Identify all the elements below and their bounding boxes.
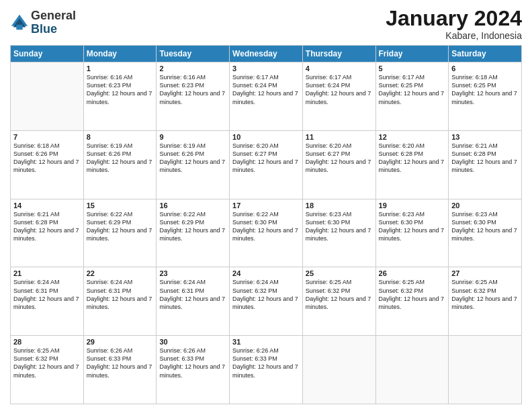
day-number: 25 (306, 269, 373, 277)
day-number: 24 (232, 269, 300, 277)
day-number: 2 (159, 64, 226, 73)
calendar-cell: 28Sunrise: 6:25 AMSunset: 6:32 PMDayligh… (11, 336, 84, 404)
day-info: Sunrise: 6:25 AMSunset: 6:32 PMDaylight:… (306, 278, 373, 311)
calendar-cell: 3Sunrise: 6:17 AMSunset: 6:24 PMDaylight… (230, 62, 303, 131)
day-info: Sunrise: 6:21 AMSunset: 6:28 PMDaylight:… (451, 142, 519, 175)
calendar-cell: 13Sunrise: 6:21 AMSunset: 6:28 PMDayligh… (449, 130, 522, 199)
calendar-cell: 25Sunrise: 6:25 AMSunset: 6:32 PMDayligh… (302, 267, 375, 336)
day-number: 22 (87, 269, 154, 277)
day-number: 5 (379, 64, 446, 73)
logo-icon (10, 13, 29, 32)
day-number: 21 (13, 269, 81, 277)
calendar-cell: 24Sunrise: 6:24 AMSunset: 6:32 PMDayligh… (230, 267, 303, 336)
day-info: Sunrise: 6:25 AMSunset: 6:32 PMDaylight:… (13, 347, 81, 379)
day-number: 14 (13, 201, 81, 210)
day-number: 15 (87, 201, 154, 210)
calendar-week-row: 21Sunrise: 6:24 AMSunset: 6:31 PMDayligh… (11, 267, 522, 336)
day-info: Sunrise: 6:25 AMSunset: 6:32 PMDaylight:… (451, 278, 519, 311)
calendar-cell: 19Sunrise: 6:23 AMSunset: 6:30 PMDayligh… (375, 199, 449, 267)
day-info: Sunrise: 6:24 AMSunset: 6:31 PMDaylight:… (13, 278, 81, 311)
day-info: Sunrise: 6:25 AMSunset: 6:32 PMDaylight:… (379, 278, 446, 311)
calendar-cell: 20Sunrise: 6:23 AMSunset: 6:30 PMDayligh… (449, 199, 522, 267)
logo-general-label: General (31, 9, 76, 23)
calendar-cell: 11Sunrise: 6:20 AMSunset: 6:27 PMDayligh… (302, 130, 375, 199)
title-section: January 2024 Kabare, Indonesia (386, 7, 522, 41)
calendar-cell: 29Sunrise: 6:26 AMSunset: 6:33 PMDayligh… (83, 336, 157, 404)
calendar-cell: 18Sunrise: 6:23 AMSunset: 6:30 PMDayligh… (302, 199, 375, 267)
day-info: Sunrise: 6:23 AMSunset: 6:30 PMDaylight:… (379, 210, 446, 243)
day-number: 16 (159, 201, 226, 210)
weekday-header-row: SundayMondayTuesdayWednesdayThursdayFrid… (11, 46, 522, 62)
day-number: 29 (87, 338, 154, 346)
calendar-cell: 4Sunrise: 6:17 AMSunset: 6:24 PMDaylight… (302, 62, 375, 131)
day-info: Sunrise: 6:24 AMSunset: 6:32 PMDaylight:… (232, 278, 300, 311)
calendar-cell: 27Sunrise: 6:25 AMSunset: 6:32 PMDayligh… (449, 267, 522, 336)
day-number: 3 (232, 64, 300, 73)
calendar-week-row: 28Sunrise: 6:25 AMSunset: 6:32 PMDayligh… (11, 336, 522, 404)
day-info: Sunrise: 6:18 AMSunset: 6:25 PMDaylight:… (451, 73, 519, 106)
day-number: 17 (232, 201, 300, 210)
day-number: 8 (87, 133, 154, 141)
day-number: 6 (451, 64, 519, 73)
day-info: Sunrise: 6:21 AMSunset: 6:28 PMDaylight:… (13, 210, 81, 243)
calendar-cell: 7Sunrise: 6:18 AMSunset: 6:26 PMDaylight… (11, 130, 84, 199)
calendar-cell: 26Sunrise: 6:25 AMSunset: 6:32 PMDayligh… (375, 267, 449, 336)
day-number: 27 (451, 269, 519, 277)
weekday-header-sunday: Sunday (11, 46, 84, 62)
calendar-table: SundayMondayTuesdayWednesdayThursdayFrid… (10, 45, 522, 404)
day-info: Sunrise: 6:18 AMSunset: 6:26 PMDaylight:… (13, 142, 81, 175)
calendar-cell: 9Sunrise: 6:19 AMSunset: 6:26 PMDaylight… (157, 130, 230, 199)
day-info: Sunrise: 6:20 AMSunset: 6:28 PMDaylight:… (379, 142, 446, 175)
weekday-header-monday: Monday (83, 46, 157, 62)
day-info: Sunrise: 6:17 AMSunset: 6:24 PMDaylight:… (232, 73, 300, 106)
day-info: Sunrise: 6:26 AMSunset: 6:33 PMDaylight:… (232, 347, 300, 379)
day-number: 13 (451, 133, 519, 141)
calendar-cell: 15Sunrise: 6:22 AMSunset: 6:29 PMDayligh… (83, 199, 157, 267)
day-number: 20 (451, 201, 519, 210)
day-info: Sunrise: 6:26 AMSunset: 6:33 PMDaylight:… (87, 347, 154, 379)
logo-blue-label: Blue (31, 23, 76, 36)
calendar-cell: 17Sunrise: 6:22 AMSunset: 6:30 PMDayligh… (230, 199, 303, 267)
calendar-week-row: 7Sunrise: 6:18 AMSunset: 6:26 PMDaylight… (11, 130, 522, 199)
main-title: January 2024 (386, 7, 522, 30)
day-info: Sunrise: 6:23 AMSunset: 6:30 PMDaylight:… (451, 210, 519, 243)
day-info: Sunrise: 6:16 AMSunset: 6:23 PMDaylight:… (159, 73, 226, 106)
day-number: 11 (306, 133, 373, 141)
calendar-cell (449, 336, 522, 404)
day-info: Sunrise: 6:22 AMSunset: 6:29 PMDaylight:… (159, 210, 226, 243)
weekday-header-tuesday: Tuesday (157, 46, 230, 62)
logo: General Blue (10, 9, 76, 36)
day-number: 12 (379, 133, 446, 141)
day-number: 1 (87, 64, 154, 73)
day-info: Sunrise: 6:23 AMSunset: 6:30 PMDaylight:… (306, 210, 373, 243)
calendar-cell: 31Sunrise: 6:26 AMSunset: 6:33 PMDayligh… (230, 336, 303, 404)
page: General Blue January 2024 Kabare, Indone… (0, 0, 532, 411)
calendar-cell: 6Sunrise: 6:18 AMSunset: 6:25 PMDaylight… (449, 62, 522, 131)
day-number: 28 (13, 338, 81, 346)
day-number: 30 (159, 338, 226, 346)
day-info: Sunrise: 6:24 AMSunset: 6:31 PMDaylight:… (159, 278, 226, 311)
day-number: 31 (232, 338, 300, 346)
day-info: Sunrise: 6:24 AMSunset: 6:31 PMDaylight:… (87, 278, 154, 311)
day-info: Sunrise: 6:19 AMSunset: 6:26 PMDaylight:… (159, 142, 226, 175)
calendar-cell (375, 336, 449, 404)
day-number: 4 (306, 64, 373, 73)
calendar-cell: 12Sunrise: 6:20 AMSunset: 6:28 PMDayligh… (375, 130, 449, 199)
day-info: Sunrise: 6:16 AMSunset: 6:23 PMDaylight:… (87, 73, 154, 106)
calendar-cell (302, 336, 375, 404)
calendar-cell (11, 62, 84, 131)
day-number: 26 (379, 269, 446, 277)
subtitle: Kabare, Indonesia (386, 30, 522, 41)
calendar-cell: 14Sunrise: 6:21 AMSunset: 6:28 PMDayligh… (11, 199, 84, 267)
day-number: 7 (13, 133, 81, 141)
weekday-header-thursday: Thursday (302, 46, 375, 62)
calendar-cell: 16Sunrise: 6:22 AMSunset: 6:29 PMDayligh… (157, 199, 230, 267)
calendar-cell: 23Sunrise: 6:24 AMSunset: 6:31 PMDayligh… (157, 267, 230, 336)
calendar-cell: 2Sunrise: 6:16 AMSunset: 6:23 PMDaylight… (157, 62, 230, 131)
day-info: Sunrise: 6:22 AMSunset: 6:30 PMDaylight:… (232, 210, 300, 243)
calendar-cell: 22Sunrise: 6:24 AMSunset: 6:31 PMDayligh… (83, 267, 157, 336)
day-info: Sunrise: 6:17 AMSunset: 6:24 PMDaylight:… (306, 73, 373, 106)
day-info: Sunrise: 6:22 AMSunset: 6:29 PMDaylight:… (87, 210, 154, 243)
day-info: Sunrise: 6:17 AMSunset: 6:25 PMDaylight:… (379, 73, 446, 106)
calendar-cell: 21Sunrise: 6:24 AMSunset: 6:31 PMDayligh… (11, 267, 84, 336)
